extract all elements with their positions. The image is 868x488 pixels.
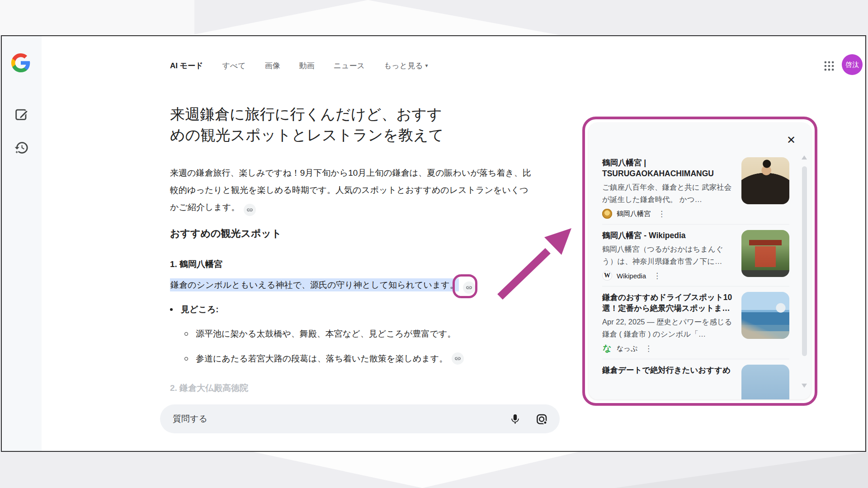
sub-bullet-1: 源平池に架かる太鼓橋や、舞殿、本宮など、見どころが豊富です。: [184, 328, 456, 340]
sub-bullet-text: 源平池に架かる太鼓橋や、舞殿、本宮など、見どころが豊富です。: [196, 328, 456, 340]
card-source-row: W Wikipedia ⋮: [602, 271, 734, 281]
source-card-3[interactable]: 鎌倉のおすすめドライブスポット10選！定番から絶景穴場スポットま… Apr 22…: [602, 286, 789, 359]
scroll-down-icon[interactable]: [802, 384, 807, 388]
source-card-1[interactable]: 鶴岡八幡宮 | TSURUGAOKAHACHIMANGU ご鎮座八百年余、鎌倉と…: [602, 152, 789, 225]
citation-link-icon[interactable]: [463, 282, 475, 294]
backdrop-shape: [615, 452, 868, 488]
backdrop-shape: [190, 0, 561, 35]
browser-window: AI モード すべて 画像 動画 ニュース もっと見る ▾ 啓汰 来週鎌倉に旅行…: [1, 35, 866, 452]
answer-intro: 来週の鎌倉旅行、楽しみですね！9月下旬から10月上旬の鎌倉は、夏の賑わいが落ち着…: [170, 164, 533, 216]
sources-panel: ✕ 鶴岡八幡宮 | TSURUGAOKAHACHIMANGU ご鎮座八百年余、鎌…: [589, 123, 811, 399]
history-icon[interactable]: [14, 140, 29, 155]
bullet-marker: [170, 308, 173, 311]
scroll-up-icon[interactable]: [802, 155, 807, 160]
avatar[interactable]: 啓汰: [842, 54, 863, 75]
tab-news[interactable]: ニュース: [334, 61, 365, 71]
highlighted-text[interactable]: 鎌倉のシンボルともいえる神社で、源氏の守り神として知られています。: [170, 278, 459, 291]
site-favicon: な: [602, 343, 612, 353]
card-source-row: な なっぷ ⋮: [602, 343, 734, 353]
site-favicon: [602, 209, 612, 219]
card-snippet: 鶴岡八幡宮（つるがおかはちまんぐう）は、神奈川県鎌倉市雪ノ下に…: [602, 243, 734, 267]
google-apps-icon[interactable]: [823, 60, 835, 72]
thumbnail-shrine: [741, 230, 789, 277]
spot-2-title-faded: 2. 鎌倉大仏殿高徳院: [170, 382, 248, 394]
thumbnail-portrait: [741, 157, 789, 204]
section-heading: おすすめの観光スポット: [170, 227, 282, 240]
card-text: 鎌倉のおすすめドライブスポット10選！定番から絶景穴場スポットま… Apr 22…: [602, 292, 734, 353]
bullet-highlights: 見どころ:: [170, 304, 219, 315]
answer-intro-text: 来週の鎌倉旅行、楽しみですね！9月下旬から10月上旬の鎌倉は、夏の賑わいが落ち着…: [170, 168, 531, 212]
tab-images[interactable]: 画像: [265, 61, 280, 71]
card-text: 鎌倉デートで絶対行きたいおすすめ: [602, 365, 734, 399]
google-lens-icon[interactable]: [536, 413, 548, 425]
site-name: Wikipedia: [617, 272, 646, 280]
scrollbar-thumb[interactable]: [802, 166, 807, 356]
backdrop-shape: [0, 0, 194, 35]
card-title: 鎌倉のおすすめドライブスポット10選！定番から絶景穴場スポットま…: [602, 292, 734, 314]
chevron-down-icon: ▾: [425, 62, 428, 69]
ask-input[interactable]: [173, 414, 509, 424]
card-title: 鶴岡八幡宮 | TSURUGAOKAHACHIMANGU: [602, 157, 734, 179]
annotation-box: ✕ 鶴岡八幡宮 | TSURUGAOKAHACHIMANGU ご鎮座八百年余、鎌…: [582, 117, 817, 406]
source-card-4[interactable]: 鎌倉デートで絶対行きたいおすすめ: [602, 359, 789, 399]
search-tabs: AI モード すべて 画像 動画 ニュース もっと見る ▾: [170, 58, 428, 73]
google-logo[interactable]: [10, 52, 31, 73]
card-snippet: ご鎮座八百年余、鎌倉と共に 武家社会が誕生した鎌倉時代。 かつ…: [602, 181, 734, 206]
tab-label: 画像: [265, 61, 280, 71]
card-snippet: Apr 22, 2025 — 歴史とパワーを感じる鎌倉 ( 鎌倉市 ) のシンボ…: [602, 316, 734, 340]
close-icon[interactable]: ✕: [787, 135, 796, 145]
thumbnail-partial: [741, 365, 789, 399]
tab-more[interactable]: もっと見る ▾: [384, 61, 428, 71]
microphone-icon[interactable]: [509, 413, 521, 425]
site-favicon: W: [602, 271, 612, 281]
spot-1-title: 1. 鶴岡八幡宮: [170, 258, 222, 270]
annotation-arrow: [490, 219, 580, 305]
left-rail: [2, 36, 42, 451]
sub-bullet-2: 参道にあたる若宮大路の段葛は、落ち着いた散策を楽しめます。: [184, 352, 464, 365]
source-cards: 鶴岡八幡宮 | TSURUGAOKAHACHIMANGU ご鎮座八百年余、鎌倉と…: [602, 152, 789, 399]
more-options-icon[interactable]: ⋮: [658, 209, 665, 219]
sub-bullet-marker: [184, 332, 188, 336]
thumbnail-coast: [741, 292, 789, 339]
more-options-icon[interactable]: ⋮: [645, 344, 652, 353]
backdrop-shape: [253, 452, 579, 488]
source-card-2[interactable]: 鶴岡八幡宮 - Wikipedia 鶴岡八幡宮（つるがおかはちまんぐう）は、神奈…: [602, 225, 789, 286]
question-line: めの観光スポットとレストランを教えて: [170, 125, 444, 145]
card-source-row: 鶴岡八幡宮 ⋮: [602, 209, 734, 219]
scrollbar: [802, 155, 807, 388]
tab-all[interactable]: すべて: [222, 61, 246, 71]
ask-bar: [160, 404, 560, 433]
sub-bullet-marker: [184, 357, 188, 361]
spot-1-summary: 鎌倉のシンボルともいえる神社で、源氏の守り神として知られています。: [170, 279, 475, 294]
tab-label: AI モード: [170, 61, 203, 71]
question-line: 来週鎌倉に旅行に行くんだけど、おすす: [170, 104, 444, 125]
card-title: 鶴岡八幡宮 - Wikipedia: [602, 230, 734, 241]
new-chat-icon[interactable]: [14, 107, 29, 122]
avatar-initials: 啓汰: [845, 61, 859, 69]
more-options-icon[interactable]: ⋮: [653, 271, 661, 281]
site-name: 鶴岡八幡宮: [617, 210, 651, 218]
sub-bullet-text: 参道にあたる若宮大路の段葛は、落ち着いた散策を楽しめます。: [196, 353, 448, 365]
card-text: 鶴岡八幡宮 | TSURUGAOKAHACHIMANGU ご鎮座八百年余、鎌倉と…: [602, 157, 734, 219]
citation-link-icon[interactable]: [452, 352, 464, 365]
site-name: なっぷ: [617, 344, 637, 353]
user-question: 来週鎌倉に旅行に行くんだけど、おすす めの観光スポットとレストランを教えて: [170, 104, 444, 145]
tab-label: ニュース: [334, 61, 365, 71]
tab-label: もっと見る: [384, 61, 423, 71]
tab-label: 動画: [299, 61, 315, 71]
tab-ai-mode[interactable]: AI モード: [170, 61, 203, 71]
citation-link-icon[interactable]: [244, 204, 256, 216]
bullet-heading: 見どころ:: [181, 304, 219, 315]
card-text: 鶴岡八幡宮 - Wikipedia 鶴岡八幡宮（つるがおかはちまんぐう）は、神奈…: [602, 230, 734, 281]
tab-videos[interactable]: 動画: [299, 61, 315, 71]
card-title: 鎌倉デートで絶対行きたいおすすめ: [602, 365, 734, 375]
tab-label: すべて: [222, 61, 246, 71]
